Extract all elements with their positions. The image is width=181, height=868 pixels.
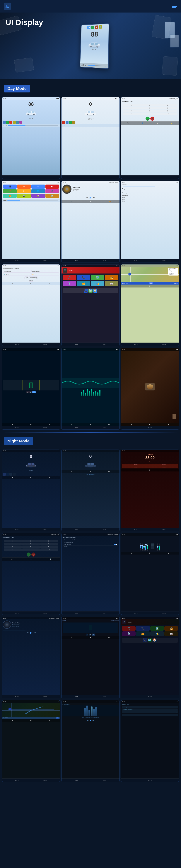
night-status-1: 11:46●●●	[2, 450, 60, 452]
day-screen-2: 11:46●●● ▮ 0 心心相印	[61, 97, 120, 179]
nav-position: ▲	[128, 273, 131, 276]
svg-rect-30	[28, 463, 31, 465]
settings-lang: Language	[122, 194, 178, 196]
day-screen-11: 11:46●●●	[61, 348, 120, 430]
night-2-car	[62, 459, 119, 469]
day-1-car	[3, 107, 59, 118]
auto-connect-toggle[interactable]	[114, 544, 117, 545]
night-screen-1-display: 11:46●●● 0	[2, 450, 60, 528]
svg-rect-0	[5, 5, 9, 5]
audio-settings[interactable]: Audio setting	[29, 276, 37, 279]
night-screen-11-display: 11:46●●● Now Playing Now In Shanghai - Z…	[61, 701, 120, 778]
night-screen-12: 11:46●●● Native Port Factory Settings› T…	[121, 700, 179, 782]
night-screen-4: 11:46Bluetooth_Call Bluetooth_Call 1 2— …	[2, 533, 60, 615]
night-screen-3: 11:46●●● FM Radio 88.00 ► FM1 100 FM1 10…	[121, 450, 179, 531]
day-8-temp: 35.2°C35.2°C	[61, 343, 120, 346]
settings-steering: Steering	[122, 192, 178, 194]
day-2-playback: ⏮▶⏭	[61, 124, 120, 127]
day-screen-7: 11:46●●● Please select a function ▶Angle…	[2, 264, 60, 346]
svg-rect-17	[32, 111, 34, 113]
night-album-art	[3, 620, 11, 629]
other-settings[interactable]: Other	[29, 279, 33, 282]
night-11-sub: Now In Shanghai - Zhengqui Road	[62, 717, 119, 718]
night-screen-10: 11:46●●● ▲ 18.13 ETA GO ⏮▶⏭	[2, 700, 60, 782]
night-5-temp: 35.2°C35.2°C	[61, 611, 120, 615]
day-screen-12-display: 11:46●●● ⏮▶⏭	[121, 348, 179, 426]
night-4-title: Bluetooth_Call	[3, 536, 59, 538]
night-12-item-3[interactable]: ›	[122, 711, 178, 713]
svg-rect-2	[5, 7, 9, 7]
day-6-title: Volume	[122, 184, 178, 186]
night-12-item-2[interactable]: Test new password›	[122, 709, 178, 711]
night-now-playing: 🎵 Playing...	[121, 619, 179, 625]
day-screen-6: 11:46●●● Volume Brightness Steering Lang…	[121, 181, 179, 262]
night-5-device-pin: Device pin 0000 ›	[62, 541, 119, 543]
menu-line-2	[172, 6, 177, 7]
day-screen-10-display: 11:46●●● ⊕ 📡 Set ⏮▶⏭	[2, 348, 60, 426]
night-screen-1: 11:46●●● 0	[2, 450, 60, 531]
svg-rect-39	[87, 463, 90, 465]
map-area: Sunny Coffee Western Safeguard Western S…	[121, 267, 179, 282]
radio-btn-3[interactable]: FM1 100	[122, 466, 150, 468]
svg-point-41	[87, 466, 88, 467]
call-button[interactable]: 📞	[146, 117, 150, 121]
night-12-item-4[interactable]: ›	[122, 714, 178, 716]
day-9-temp: 35.2°C35.2°C	[121, 343, 179, 346]
svg-rect-48	[154, 547, 155, 549]
radio-btn-4[interactable]: FM1 100	[150, 466, 178, 468]
eta-bar: 18.13 ETA GO 6.0 km	[121, 282, 179, 284]
svg-rect-44	[151, 544, 154, 546]
status-bar-5: 11:46Bluetooth_Music	[61, 181, 120, 183]
night-screen-7: 11:46Bluetooth_Music Music Title Music A…	[2, 617, 60, 699]
night-5-device-name: Device name Car97 ›	[62, 539, 119, 541]
night-5-auto-connect[interactable]: Auto connect	[62, 543, 119, 546]
radio-btn-1[interactable]: FM1 100	[122, 464, 150, 466]
night-screen-2-display: 11:46●●● 0 ⏮▶⏭	[61, 450, 120, 528]
album-art	[62, 185, 72, 194]
status-bar-7: 11:46●●●	[2, 265, 60, 267]
day-screen-11-display: 11:46●●●	[61, 348, 120, 426]
svg-rect-34	[26, 465, 27, 466]
svg-point-33	[33, 466, 34, 467]
night-11-controls: ⏮ ▶ ⏭	[61, 719, 120, 722]
go-button[interactable]: GO	[149, 282, 153, 284]
menu-icon[interactable]	[4, 3, 11, 10]
music-controls: ⏮ ▶ ⏭	[61, 195, 120, 200]
night-go-button[interactable]: GO	[56, 717, 59, 719]
night-call-btn[interactable]: 📞	[27, 553, 31, 557]
day-screen-5-display: 11:46Bluetooth_Music Music Title Music A…	[61, 181, 120, 259]
day-1-playback: ⏮⏸⏭	[2, 124, 60, 127]
status-bar-3: 11:46Bluetooth_Call	[121, 97, 179, 100]
logo-settings[interactable]: Logo	[24, 276, 28, 279]
day-screen-3: 11:46Bluetooth_Call Bluetooth_Call 1 2— …	[121, 97, 179, 179]
night-end-btn[interactable]: 📵	[31, 553, 35, 557]
day-3-title: Bluetooth_Call	[122, 100, 178, 102]
night-1-temp: 35.2°C35.2°C	[2, 528, 60, 531]
day-screen-9: 11:46●●● Sunny Coffee Western Safeguard …	[121, 264, 179, 346]
status-bar-10: 11:46●●●	[2, 348, 60, 351]
night-status-12: 11:46●●●	[121, 701, 179, 703]
day-1-number: 88	[3, 101, 59, 107]
svg-point-18	[27, 114, 29, 115]
hero-number: 88	[81, 30, 109, 38]
day-10-temp: 72.5°F35.2°C	[2, 426, 60, 430]
day-2-subtitle: 心心相印	[62, 118, 119, 120]
svg-rect-46	[154, 544, 155, 545]
end-call-button[interactable]: 📵	[150, 117, 154, 121]
night-screen-9: 11:46●●● 🎵 Playing... 🎵 📞 🗺️ 📻 🎙️ 📻 🎭 📖 …	[121, 617, 179, 699]
night-12-item-1[interactable]: Factory Settings›	[122, 706, 178, 708]
svg-rect-16	[28, 111, 31, 113]
day-4-playback: ⏮▶⏭	[2, 199, 60, 202]
radio-btn-2[interactable]: FM1 100	[150, 464, 178, 466]
night-status-6: 11:46●●●	[121, 533, 179, 536]
night-status-9: 11:46●●●	[121, 617, 179, 619]
night-screen-9-display: 11:46●●● 🎵 Playing... 🎵 📞 🗺️ 📻 🎙️ 📻 🎭 📖 …	[121, 617, 179, 695]
night-3-arrow: ►	[122, 460, 178, 462]
day-5-temp: 35.2°C35.2°C	[61, 259, 120, 262]
hamburger-menu[interactable]	[172, 5, 177, 8]
map-info: Sunny Coffee Western Safeguard Western S…	[168, 268, 178, 276]
day-screen-2-display: 11:46●●● ▮ 0 心心相印	[61, 97, 120, 175]
night-row-3: 11:46Bluetooth_Music Music Title Music A…	[0, 617, 181, 700]
brightness-slider[interactable]	[122, 190, 178, 192]
volume-slider[interactable]	[122, 186, 178, 188]
